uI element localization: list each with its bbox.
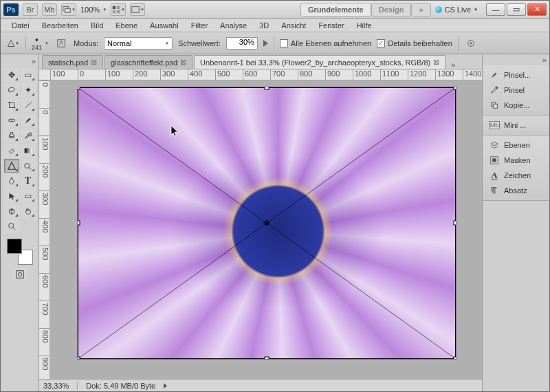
brush-picker[interactable]: • 241 ▼: [32, 35, 49, 51]
tool-preview-icon[interactable]: ▼: [6, 36, 20, 50]
window-close-button[interactable]: ✕: [527, 3, 547, 16]
cslive-button[interactable]: CS Live ▼: [435, 6, 478, 14]
menu-hilfe[interactable]: Hilfe: [351, 20, 377, 31]
tool-eyedropper[interactable]: [21, 98, 36, 112]
doctab-3[interactable]: Unbenannt-1 bei 33,3% (Flower2_by_archae…: [194, 55, 446, 69]
layers-icon: [489, 140, 500, 151]
panel-label: Ebenen: [504, 141, 530, 149]
ruler-tick: 1100: [380, 69, 408, 80]
ruler-tick: 300: [160, 69, 188, 80]
quickmask-button[interactable]: [12, 268, 28, 281]
menu-filter[interactable]: Filter: [186, 20, 213, 31]
scrubby-arrow-icon[interactable]: [263, 40, 268, 47]
ruler-tick: 1000: [353, 69, 380, 80]
panel-pinsel[interactable]: Pinsel: [485, 83, 547, 97]
arrange-button[interactable]: ▼: [111, 3, 126, 16]
tool-wand[interactable]: ✦: [21, 83, 36, 97]
minibridge-button[interactable]: Mb: [42, 3, 57, 16]
menu-ebene[interactable]: Ebene: [110, 20, 143, 31]
workspace-more[interactable]: »: [411, 3, 430, 17]
panel-absatz[interactable]: Absatz: [485, 184, 547, 197]
tool-type[interactable]: T: [21, 174, 36, 188]
tool-zoom[interactable]: [4, 219, 19, 233]
window-maximize-button[interactable]: ▭: [507, 3, 526, 16]
mode-select[interactable]: Normal▼: [104, 37, 173, 50]
menu-analyse[interactable]: Analyse: [214, 20, 252, 31]
status-menu-icon[interactable]: [164, 383, 167, 389]
panel-ebenen[interactable]: Ebenen: [485, 138, 547, 152]
pressure-icon[interactable]: [464, 36, 478, 50]
mask-icon: [489, 155, 500, 166]
panel-collapse-icon[interactable]: »: [483, 54, 549, 65]
tool-history-brush[interactable]: [21, 129, 36, 142]
tool-dodge[interactable]: [21, 159, 36, 173]
doctab-2[interactable]: glasschrifteffekt.psd⊠: [104, 55, 192, 69]
svg-point-13: [8, 224, 13, 228]
document-tabs: statisch.psd⊠ glasschrifteffekt.psd⊠ Unb…: [39, 54, 482, 69]
tool-pen[interactable]: [4, 174, 19, 188]
tool-path-select[interactable]: [4, 189, 19, 203]
bridge-button[interactable]: Br: [23, 3, 38, 16]
tool-heal[interactable]: [4, 113, 19, 127]
screen-mode-button[interactable]: ▼: [61, 3, 76, 16]
menu-auswahl[interactable]: Auswahl: [144, 20, 184, 31]
tool-lasso[interactable]: [4, 83, 19, 97]
color-swatches[interactable]: [7, 239, 33, 265]
tool-gradient[interactable]: [21, 144, 36, 157]
tool-3d[interactable]: [4, 204, 19, 218]
tool-stamp[interactable]: [4, 129, 19, 142]
svg-point-34: [492, 158, 496, 162]
ruler-tick: 100: [50, 69, 78, 80]
svg-point-15: [18, 272, 21, 276]
threshold-input[interactable]: 30%: [226, 37, 258, 50]
workspace-essentials[interactable]: Grundelemente: [300, 3, 371, 17]
panel-kopie[interactable]: Kopie...: [485, 98, 547, 112]
doctab-1[interactable]: statisch.psd⊠: [42, 55, 103, 69]
tool-brush[interactable]: [21, 113, 36, 127]
canvas-viewport[interactable]: [50, 80, 482, 379]
close-icon[interactable]: ⊠: [91, 58, 97, 67]
close-icon[interactable]: ⊠: [433, 58, 439, 67]
ruler-tick: 0: [78, 69, 105, 80]
menu-datei[interactable]: Datei: [6, 20, 35, 31]
foreground-color-swatch[interactable]: [7, 239, 22, 254]
ruler-tick: 900: [39, 356, 50, 379]
tool-blur[interactable]: [4, 159, 19, 173]
extras-button[interactable]: ▼: [130, 3, 145, 16]
panel-zeichen[interactable]: AZeichen: [485, 168, 547, 182]
workspace-design[interactable]: Design: [371, 3, 412, 17]
titlebar: Ps Br Mb ▼ 100% ▼ ▼ ▼ Grundelemente Desi…: [1, 1, 549, 19]
tool-eraser[interactable]: [4, 144, 19, 157]
brush-panel-icon[interactable]: [54, 36, 68, 50]
status-doc-info[interactable]: Dok: 5,49 MB/0 Byte: [86, 382, 155, 390]
menu-fenster[interactable]: Fenster: [313, 20, 349, 31]
status-zoom[interactable]: 33,33%: [43, 382, 69, 390]
menu-3d[interactable]: 3D: [254, 20, 274, 31]
all-layers-checkbox[interactable]: Alle Ebenen aufnehmen: [280, 39, 371, 47]
close-icon[interactable]: ⊠: [180, 58, 186, 67]
menu-ansicht[interactable]: Ansicht: [276, 20, 311, 31]
menu-bearbeiten[interactable]: Bearbeiten: [36, 20, 84, 31]
ruler-horizontal[interactable]: 1000100200300400500600700800900100011001…: [39, 69, 482, 80]
tool-move[interactable]: ✥: [4, 68, 19, 82]
svg-rect-5: [117, 10, 120, 12]
panel-pinsel[interactable]: Pinsel...: [485, 68, 547, 82]
tool-hand[interactable]: [21, 204, 36, 218]
tool-crop[interactable]: [4, 98, 19, 112]
panel-label: Masken: [504, 156, 531, 164]
ruler-tick: 100: [39, 135, 50, 163]
canvas[interactable]: [78, 87, 456, 359]
tabs-overflow-icon[interactable]: »: [447, 61, 459, 69]
panel-masken[interactable]: Masken: [485, 153, 547, 167]
tool-shape[interactable]: ▭: [21, 189, 36, 203]
ruler-tick: 300: [39, 190, 50, 218]
menu-bild[interactable]: Bild: [85, 20, 109, 31]
preserve-detail-checkbox[interactable]: ✓ Details beibehalten: [377, 39, 452, 47]
panel-mini[interactable]: MbMini ...: [485, 118, 547, 132]
zoom-level[interactable]: 100% ▼: [80, 6, 107, 14]
tool-marquee[interactable]: ▭: [21, 68, 36, 82]
brush2-icon: [489, 85, 500, 96]
ruler-vertical[interactable]: 001002003004005006007008009001000: [39, 80, 50, 379]
window-minimize-button[interactable]: —: [486, 3, 505, 16]
toolbox-collapse-icon[interactable]: »: [2, 57, 37, 67]
